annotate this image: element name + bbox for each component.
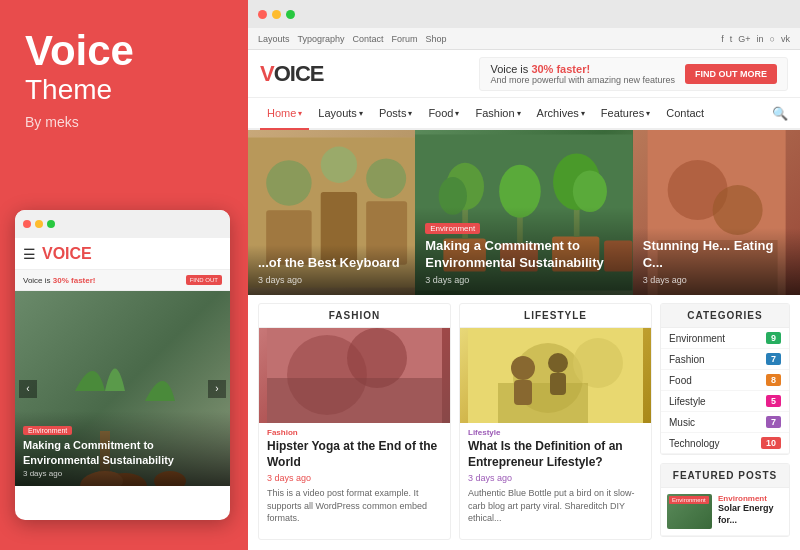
slide2-title: Making a Commitment to Environmental Sus…: [425, 238, 622, 272]
fashion-description: This is a video post format example. It …: [259, 487, 450, 525]
lifestyle-title[interactable]: What Is the Definition of an Entrepreneu…: [460, 439, 651, 473]
fashion-title[interactable]: Hipster Yoga at the End of the World: [259, 439, 450, 473]
slide2-date: 3 days ago: [425, 275, 622, 285]
slide1-title: ...of the Best Keyboard: [258, 255, 405, 272]
slide1-date: 3 days ago: [258, 275, 405, 285]
sidebar: CATEGORIES Environment 9 Fashion 7 Food …: [660, 303, 790, 540]
featured-post-item: Environment Environment Solar Energy for…: [661, 488, 789, 536]
lifestyle-header: LIFESTYLE: [460, 304, 651, 328]
utility-bar: Layouts Typography Contact Forum Shop f …: [248, 28, 800, 50]
vk-icon[interactable]: vk: [781, 34, 790, 44]
rss-icon[interactable]: ○: [770, 34, 775, 44]
featured-post-thumbnail: Environment: [667, 494, 712, 529]
svg-point-39: [548, 353, 568, 373]
category-food[interactable]: Food 8: [661, 370, 789, 391]
browser-dot-yellow: [272, 10, 281, 19]
lifestyle-category: Lifestyle: [460, 423, 651, 439]
nav-home[interactable]: Home ▾: [260, 98, 309, 130]
featured-post-text: Environment Solar Energy for...: [718, 494, 783, 529]
fashion-image: ▶: [259, 328, 450, 423]
hero-slide-2: Environment Making a Commitment to Envir…: [415, 130, 632, 295]
svg-point-23: [573, 170, 607, 212]
nav-contact[interactable]: Contact: [659, 97, 711, 129]
slide3-overlay: Stunning He... Eating C... 3 days ago: [633, 228, 800, 295]
slide2-overlay: Environment Making a Commitment to Envir…: [415, 207, 632, 295]
nav-layouts[interactable]: Layouts ▾: [311, 97, 370, 129]
category-fashion[interactable]: Fashion 7: [661, 349, 789, 370]
fashion-column: FASHION ▶ Fashion Hipster Yoga at the En…: [258, 303, 451, 540]
mobile-nav: ☰ VOICE: [15, 238, 230, 270]
featured-posts-box: FEATURED POSTS Environment Environment S…: [660, 463, 790, 537]
header-banner: Voice is 30% faster! And more powerful w…: [479, 57, 788, 91]
mobile-find-out-button[interactable]: FIND OUT: [186, 275, 222, 285]
featured-env-badge: Environment: [669, 496, 709, 504]
mobile-slide-title: Making a Commitment to Environmental Sus…: [23, 438, 222, 467]
main-panel: Layouts Typography Contact Forum Shop f …: [248, 0, 800, 550]
googleplus-icon[interactable]: G+: [738, 34, 750, 44]
nav-archives[interactable]: Archives ▾: [530, 97, 592, 129]
utility-links: Layouts Typography Contact Forum Shop: [258, 34, 447, 44]
social-links: f t G+ in ○ vk: [721, 34, 790, 44]
nav-posts[interactable]: Posts ▾: [372, 97, 420, 129]
util-link-typography[interactable]: Typography: [298, 34, 345, 44]
theme-title: Voice: [25, 30, 134, 72]
svg-rect-36: [498, 383, 588, 423]
fashion-category: Fashion: [259, 423, 450, 439]
svg-rect-32: [267, 378, 442, 423]
util-link-layouts[interactable]: Layouts: [258, 34, 290, 44]
category-lifestyle[interactable]: Lifestyle 5: [661, 391, 789, 412]
fashion-header: FASHION: [259, 304, 450, 328]
svg-point-10: [321, 147, 357, 183]
mobile-browser-chrome: [15, 210, 230, 238]
nav-food[interactable]: Food ▾: [421, 97, 466, 129]
twitter-icon[interactable]: t: [730, 34, 733, 44]
svg-point-37: [511, 356, 535, 380]
svg-point-9: [266, 160, 311, 205]
browser-dot-green: [286, 10, 295, 19]
util-link-forum[interactable]: Forum: [392, 34, 418, 44]
mobile-dot-yellow: [35, 220, 43, 228]
left-panel: Voice Theme By meks ☰ VOICE Voice is 30%…: [0, 0, 245, 550]
mobile-mockup: ☰ VOICE Voice is 30% faster! FIND OUT: [15, 210, 230, 520]
theme-subtitle: Theme: [25, 74, 112, 106]
fashion-date: 3 days ago: [259, 473, 450, 487]
browser-dot-red: [258, 10, 267, 19]
facebook-icon[interactable]: f: [721, 34, 724, 44]
category-environment[interactable]: Environment 9: [661, 328, 789, 349]
site-header: VOICE Voice is 30% faster! And more powe…: [248, 50, 800, 98]
mobile-env-badge: Environment: [23, 426, 72, 435]
fashion-bg-visual: [259, 328, 450, 423]
lifestyle-description: Authentic Blue Bottle put a bird on it s…: [460, 487, 651, 525]
categories-header: CATEGORIES: [661, 304, 789, 328]
mobile-prev-arrow[interactable]: ‹: [19, 380, 37, 398]
content-area: FASHION ▶ Fashion Hipster Yoga at the En…: [248, 295, 800, 548]
mobile-slide-area: Environment Making a Commitment to Envir…: [15, 291, 230, 486]
banner-content: Voice is 30% faster! And more powerful w…: [490, 63, 675, 85]
site-logo: VOICE: [260, 61, 323, 87]
nav-fashion[interactable]: Fashion ▾: [468, 97, 527, 129]
instagram-icon[interactable]: in: [757, 34, 764, 44]
util-link-shop[interactable]: Shop: [426, 34, 447, 44]
svg-rect-38: [514, 380, 532, 405]
nav-features[interactable]: Features ▾: [594, 97, 657, 129]
browser-chrome: [248, 0, 800, 28]
util-link-contact[interactable]: Contact: [353, 34, 384, 44]
slide3-title: Stunning He... Eating C...: [643, 238, 790, 272]
mobile-slide-date: 3 days ago: [23, 469, 222, 478]
find-out-button[interactable]: FIND OUT MORE: [685, 64, 777, 84]
featured-post-title[interactable]: Solar Energy for...: [718, 503, 783, 526]
hero-slide-1: ...of the Best Keyboard 3 days ago: [248, 130, 415, 295]
search-icon[interactable]: 🔍: [772, 106, 788, 121]
mobile-next-arrow[interactable]: ›: [208, 380, 226, 398]
mobile-banner-text: Voice is 30% faster!: [23, 276, 95, 285]
svg-point-35: [573, 338, 623, 388]
category-technology[interactable]: Technology 10: [661, 433, 789, 454]
mobile-dot-green: [47, 220, 55, 228]
slide1-overlay: ...of the Best Keyboard 3 days ago: [248, 245, 415, 295]
category-music[interactable]: Music 7: [661, 412, 789, 433]
logo-rest: OICE: [274, 61, 324, 86]
featured-cat-label: Environment: [718, 494, 783, 503]
mobile-slide-overlay: Environment Making a Commitment to Envir…: [15, 411, 230, 486]
hero-slider: ...of the Best Keyboard 3 days ago: [248, 130, 800, 295]
mobile-logo: VOICE: [42, 245, 92, 263]
